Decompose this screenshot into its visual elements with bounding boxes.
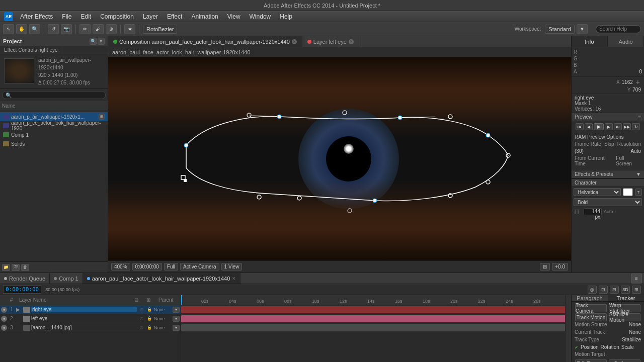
font-select[interactable]: Helvetica [574, 188, 621, 196]
layer-mode-expand-3[interactable]: ▼ [173, 325, 180, 331]
mask-point-6[interactable] [448, 115, 452, 119]
menu-composition[interactable]: Composition [96, 12, 138, 21]
track-bar-2[interactable] [181, 314, 571, 323]
mask-point-9[interactable] [486, 180, 490, 184]
layer-expand-1[interactable]: ▶ [16, 307, 22, 312]
font-color-btn[interactable] [623, 188, 633, 196]
position-checkbox-label[interactable]: ✓ Position [575, 344, 599, 350]
search-input[interactable] [596, 25, 641, 33]
layer-mode-1[interactable]: None [154, 307, 172, 312]
timeline-track-area[interactable]: 02s 04s 06s 08s 10s 12s 14s 16s 18s 20s … [181, 295, 571, 362]
tool-zoom[interactable]: 🔍 [29, 24, 40, 34]
tool-rotate[interactable]: ↺ [48, 24, 59, 34]
file-item-comp[interactable]: Comp 1 [0, 130, 108, 139]
layer-switch-lock-2[interactable]: 🔒 [146, 315, 153, 322]
tl-3d-btn[interactable]: 3D [621, 286, 630, 294]
font-size-field[interactable]: 144 px [584, 208, 602, 215]
delete-btn[interactable]: 🗑 [21, 264, 29, 271]
track-camera-btn[interactable]: Track Camera [575, 304, 607, 312]
tool-select[interactable]: ↖ [3, 24, 14, 34]
menu-file[interactable]: File [58, 12, 75, 21]
tl-solo-btn[interactable]: ◎ [588, 286, 597, 294]
new-comp-btn[interactable]: 🎬 [12, 264, 20, 271]
viewport-tab-composition[interactable]: Composition aaron_paul_face_actor_look_h… [108, 36, 302, 47]
prev-fwd-btn[interactable]: ▶ [605, 123, 613, 130]
ram-play-btn[interactable]: ▶▶ [623, 123, 631, 130]
tab-tracker[interactable]: Tracker [608, 295, 644, 301]
project-menu-btn[interactable]: ≡ [98, 38, 105, 45]
timecode-display[interactable]: 0:00:00:00 [132, 263, 162, 270]
tl-tab-main-comp[interactable]: aaron_paul_face_actor_look_hair_wallpape… [83, 273, 241, 284]
layer-switch-solo-2[interactable]: ◎ [138, 315, 145, 322]
tab-paragraph[interactable]: Paragraph [572, 295, 608, 301]
menu-animation[interactable]: Animation [187, 12, 222, 21]
new-folder-btn[interactable]: 📁 [2, 264, 10, 271]
layer-switch-lock-1[interactable]: 🔒 [146, 306, 153, 313]
tl-tab-comp1[interactable]: Comp 1 [50, 273, 83, 284]
track-bar-3[interactable] [181, 323, 571, 332]
timeline-menu-btn[interactable]: ≡ [631, 274, 642, 284]
file-item-2[interactable]: aaron_p_ce_actor_look_hair_wallpaper-192… [0, 121, 108, 130]
layer-switch-lock-3[interactable]: 🔒 [146, 324, 153, 331]
layer-mode-expand-1[interactable]: ▼ [173, 307, 180, 313]
prev-last-btn[interactable]: ⏭ [614, 123, 622, 130]
menu-view[interactable]: View [223, 12, 245, 21]
file-menu-1[interactable]: ⊞ [99, 114, 105, 120]
tool-camera[interactable]: 📷 [61, 24, 72, 34]
char-extra-btn[interactable]: T [635, 189, 642, 196]
tab-info[interactable]: Info [572, 36, 608, 47]
project-search-btn[interactable]: 🔍 [90, 38, 97, 45]
tool-pen[interactable]: ✏ [79, 24, 91, 34]
scale-checkbox-label[interactable]: Scale [621, 344, 634, 350]
options-btn[interactable]: Options... [609, 359, 640, 362]
layer-eye-1[interactable]: ● [1, 307, 7, 313]
tool-brush[interactable]: 🖌 [93, 24, 104, 34]
workspace-value[interactable]: Standard [545, 25, 575, 34]
mask-point-16[interactable] [348, 209, 352, 213]
view-control[interactable]: 1 View [221, 263, 243, 270]
mask-point-12[interactable] [297, 196, 301, 200]
layer-mode-2[interactable]: None [154, 316, 172, 321]
grid-btn[interactable]: ⊞ [540, 263, 550, 270]
tool-clone[interactable]: ⊕ [106, 24, 117, 34]
prev-first-btn[interactable]: ⏮ [576, 123, 584, 130]
mask-point-13[interactable] [257, 195, 261, 199]
track-bar-1[interactable] [181, 305, 571, 314]
layer-name-2[interactable]: left eye [31, 316, 137, 321]
rotation-checkbox-label[interactable]: Rotation [601, 344, 619, 350]
layer-row-1[interactable]: ● 1 ▶ right eye ◎ 🔒 None ▼ [0, 305, 181, 314]
zoom-control[interactable]: 400% [111, 263, 130, 270]
style-select[interactable]: Bold [574, 198, 642, 206]
menu-window[interactable]: Window [246, 12, 275, 21]
mask-point-7[interactable] [486, 133, 490, 137]
tl-tab-render-queue[interactable]: Render Queue [0, 273, 50, 284]
tl-motion-blur-btn[interactable]: ⊡ [599, 286, 608, 294]
tl-frame-blend-btn[interactable]: ⊟ [610, 286, 619, 294]
layer-eye-3[interactable]: ● [1, 325, 7, 331]
layer-switch-solo-1[interactable]: ◎ [138, 306, 145, 313]
stabilize-motion-btn[interactable]: Stabilize Motion [609, 313, 640, 321]
file-item-solids[interactable]: Solids [0, 139, 108, 148]
play-btn[interactable]: ▶ [594, 123, 604, 130]
warp-stabilizer-btn[interactable]: Warp Stabilizer [609, 304, 640, 312]
exposure-control[interactable]: +0.0 [552, 263, 568, 270]
menu-effect[interactable]: Effect [163, 12, 186, 21]
layer-row-3[interactable]: ● 3 [aaron__1440.jpg] ◎ 🔒 None ▼ [0, 323, 181, 332]
edit-target-btn[interactable]: Edit Target... [575, 359, 607, 362]
layer-eye-2[interactable]: ● [1, 316, 7, 322]
tool-hand[interactable]: ✋ [16, 24, 27, 34]
layer-row-2[interactable]: ● 2 left eye ◎ 🔒 None ▼ [0, 314, 181, 323]
playhead[interactable] [181, 295, 182, 305]
menu-edit[interactable]: Edit [76, 12, 95, 21]
layer-name-1[interactable]: right eye [31, 307, 137, 312]
mask-point-15[interactable] [184, 179, 187, 182]
mask-point-14[interactable] [181, 175, 185, 179]
layer-name-3[interactable]: [aaron__1440.jpg] [31, 325, 137, 330]
prev-back-btn[interactable]: ◀ [585, 123, 593, 130]
quality-control[interactable]: Full [164, 263, 178, 270]
layer-mode-3[interactable]: None [154, 325, 172, 330]
camera-control[interactable]: Active Camera [180, 263, 219, 270]
tl-guide-btn[interactable]: ⊞ [632, 286, 641, 294]
viewport[interactable] [108, 57, 571, 260]
menu-layer[interactable]: Layer [139, 12, 162, 21]
